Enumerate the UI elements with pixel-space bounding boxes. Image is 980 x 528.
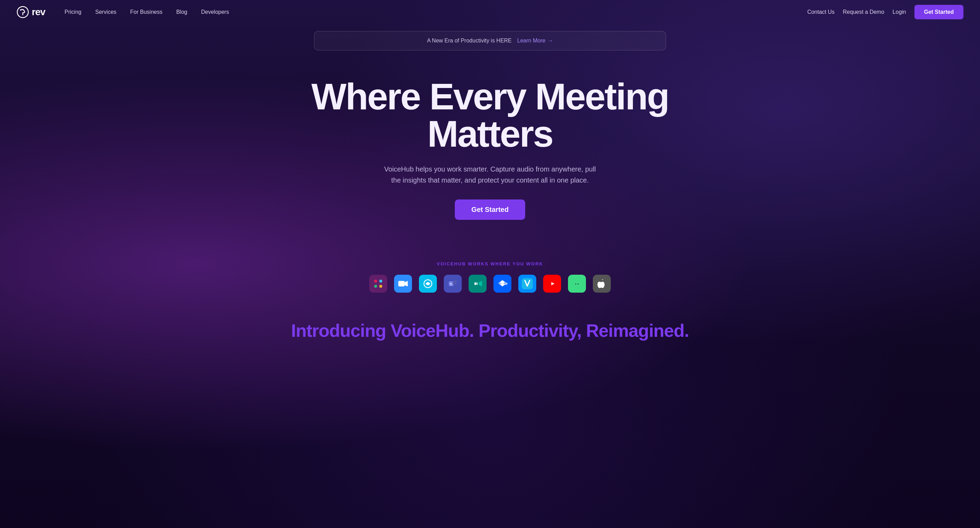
teams-icon: T [444,275,462,293]
integrations-icons: T [14,275,966,293]
svg-rect-32 [577,287,578,289]
nav-link-blog[interactable]: Blog [171,6,193,18]
nav-links: Pricing Services For Business Blog Devel… [59,6,235,18]
logo-text: rev [32,6,45,17]
announcement-arrow: → [547,38,553,44]
integrations-section: VOICEHUB WORKS WHERE YOU WORK [0,254,980,299]
svg-rect-24 [574,283,580,286]
nav-link-services[interactable]: Services [90,6,122,18]
android-icon [568,275,586,293]
zoom-icon [394,275,412,293]
nav-get-started-button[interactable]: Get Started [915,5,963,19]
navbar-right: Contact Us Request a Demo Login Get Star… [807,5,963,19]
svg-line-27 [574,279,575,280]
svg-rect-20 [522,278,533,289]
apple-icon [593,275,611,293]
svg-rect-10 [453,281,457,285]
svg-rect-31 [575,287,576,289]
hero-title: Where Every Meeting Matters [248,78,732,153]
nav-link-pricing[interactable]: Pricing [59,6,87,18]
hero-section: Where Every Meeting Matters VoiceHub hel… [0,50,980,254]
bottom-section: Introducing VoiceHub. Productivity, Reim… [0,299,980,355]
nav-link-for-business[interactable]: For Business [124,6,168,18]
google-meet-icon [469,275,487,293]
svg-point-25 [575,284,576,285]
dropbox-icon [493,275,511,293]
hero-get-started-button[interactable]: Get Started [455,199,525,220]
svg-rect-6 [398,281,404,286]
logo[interactable]: rev [17,6,45,18]
announcement-banner: A New Era of Productivity is HERE Learn … [314,31,666,50]
svg-marker-13 [479,281,482,286]
svg-point-0 [17,6,28,17]
svg-rect-2 [374,280,377,283]
slack-icon [369,275,387,293]
svg-rect-15 [477,283,477,285]
nav-link-developers[interactable]: Developers [196,6,235,18]
announcement-link-text: Learn More [517,38,546,44]
hero-subtitle: VoiceHub helps you work smarter. Capture… [383,164,597,186]
bottom-title: Introducing VoiceHub. Productivity, Reim… [14,320,966,341]
youtube-icon [543,275,561,293]
announcement-text: A New Era of Productivity is HERE [427,38,511,44]
integrations-label: VOICEHUB WORKS WHERE YOU WORK [14,261,966,266]
navbar: rev Pricing Services For Business Blog D… [0,0,980,24]
svg-point-26 [578,284,579,285]
navbar-left: rev Pricing Services For Business Blog D… [17,6,235,18]
announcement-learn-more[interactable]: Learn More → [517,38,553,44]
svg-rect-29 [573,283,574,286]
svg-text:T: T [450,283,452,286]
venmo-icon [518,275,536,293]
svg-marker-7 [405,281,408,286]
svg-rect-30 [580,283,581,286]
nav-request-demo[interactable]: Request a Demo [843,9,885,15]
rev-logo-icon [17,6,29,18]
svg-rect-14 [474,283,477,285]
svg-point-1 [20,9,21,11]
nav-login[interactable]: Login [893,9,906,15]
svg-rect-5 [379,285,382,288]
svg-rect-3 [379,280,382,283]
nav-contact-us[interactable]: Contact Us [807,9,834,15]
svg-rect-4 [374,285,377,288]
webex-icon [419,275,437,293]
svg-line-28 [579,279,581,280]
